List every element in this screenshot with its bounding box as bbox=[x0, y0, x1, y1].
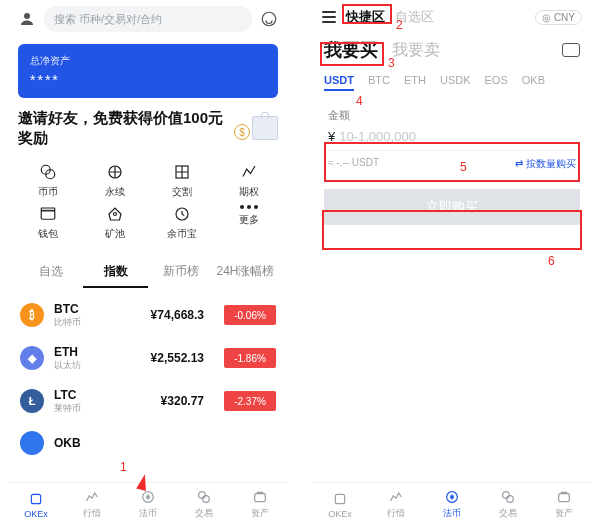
tab-sell[interactable]: 我要卖 bbox=[392, 40, 440, 61]
search-input[interactable]: 搜索 币种/交易对/合约 bbox=[44, 6, 252, 32]
grid-item-1[interactable]: 永续 bbox=[81, 163, 148, 199]
support-icon[interactable] bbox=[260, 10, 278, 28]
amount-estimate: ≈ -.-- USDT bbox=[328, 157, 379, 171]
coin-tab-OKB[interactable]: OKB bbox=[522, 74, 545, 86]
invite-card[interactable]: 邀请好友，免费获得价值100元奖励 $ bbox=[18, 108, 278, 149]
nav-1[interactable]: 行情 bbox=[368, 483, 424, 526]
nav-2[interactable]: 法币 bbox=[424, 483, 480, 526]
scan-icon[interactable] bbox=[562, 43, 580, 57]
svg-rect-7 bbox=[41, 208, 55, 211]
nav-0[interactable]: OKEx bbox=[312, 483, 368, 526]
assets-banner[interactable]: 总净资产 **** bbox=[18, 44, 278, 98]
market-tab-2[interactable]: 新币榜 bbox=[148, 257, 213, 288]
coin-tab-USDT[interactable]: USDT bbox=[324, 74, 354, 86]
gift-icon: $ bbox=[234, 116, 278, 140]
market-tab-1[interactable]: 指数 bbox=[83, 257, 148, 288]
zone-custom[interactable]: 自选区 bbox=[395, 8, 434, 26]
coin-tab-BTC[interactable]: BTC bbox=[368, 74, 390, 86]
coin-row-BTC[interactable]: ₿BTC比特币¥74,668.3-0.06% bbox=[8, 294, 288, 337]
svg-point-0 bbox=[24, 13, 30, 19]
coin-row-ETH[interactable]: ◆ETH以太坊¥2,552.13-1.86% bbox=[8, 337, 288, 380]
svg-rect-6 bbox=[41, 210, 55, 219]
svg-rect-10 bbox=[31, 494, 40, 503]
svg-point-13 bbox=[203, 496, 210, 503]
svg-point-8 bbox=[113, 212, 116, 215]
grid-item-3[interactable]: 期权 bbox=[215, 163, 282, 199]
market-tab-0[interactable]: 自选 bbox=[18, 257, 83, 288]
zone-quick[interactable]: 快捷区 bbox=[346, 8, 385, 26]
nav-0[interactable]: OKEx bbox=[8, 483, 64, 526]
tab-buy[interactable]: 我要买 bbox=[324, 38, 378, 62]
profile-icon[interactable] bbox=[18, 10, 36, 28]
grid-item-7[interactable]: 更多 bbox=[215, 205, 282, 241]
nav-3[interactable]: 交易 bbox=[176, 483, 232, 526]
svg-point-12 bbox=[199, 492, 206, 499]
svg-rect-19 bbox=[559, 494, 570, 502]
buy-now-button[interactable]: 立即购买 bbox=[324, 189, 580, 225]
amount-label: 金额 bbox=[328, 108, 576, 123]
coin-row-LTC[interactable]: ŁLTC莱特币¥320.77-2.37% bbox=[8, 380, 288, 423]
svg-rect-14 bbox=[255, 494, 266, 502]
nav-4[interactable]: 资产 bbox=[232, 483, 288, 526]
coin-tab-USDK[interactable]: USDK bbox=[440, 74, 471, 86]
grid-item-5[interactable]: 矿池 bbox=[81, 205, 148, 241]
buy-by-qty-link[interactable]: ⇄ 按数量购买 bbox=[515, 157, 576, 171]
amount-input[interactable] bbox=[339, 129, 576, 144]
svg-point-18 bbox=[507, 496, 514, 503]
nav-2[interactable]: 法币 bbox=[120, 483, 176, 526]
nav-4[interactable]: 资产 bbox=[536, 483, 592, 526]
svg-rect-15 bbox=[335, 494, 344, 503]
currency-badge[interactable]: ◎ CNY bbox=[535, 10, 582, 25]
coin-row-OKB[interactable]: OKB bbox=[8, 423, 288, 463]
grid-item-4[interactable]: 钱包 bbox=[14, 205, 81, 241]
grid-item-2[interactable]: 交割 bbox=[148, 163, 215, 199]
coin-tab-EOS[interactable]: EOS bbox=[485, 74, 508, 86]
grid-item-6[interactable]: 余币宝 bbox=[148, 205, 215, 241]
coin-tab-ETH[interactable]: ETH bbox=[404, 74, 426, 86]
grid-item-0[interactable]: 币币 bbox=[14, 163, 81, 199]
market-tab-3[interactable]: 24H涨幅榜 bbox=[213, 257, 278, 288]
svg-point-17 bbox=[503, 492, 510, 499]
nav-3[interactable]: 交易 bbox=[480, 483, 536, 526]
menu-icon[interactable] bbox=[322, 11, 336, 23]
nav-1[interactable]: 行情 bbox=[64, 483, 120, 526]
